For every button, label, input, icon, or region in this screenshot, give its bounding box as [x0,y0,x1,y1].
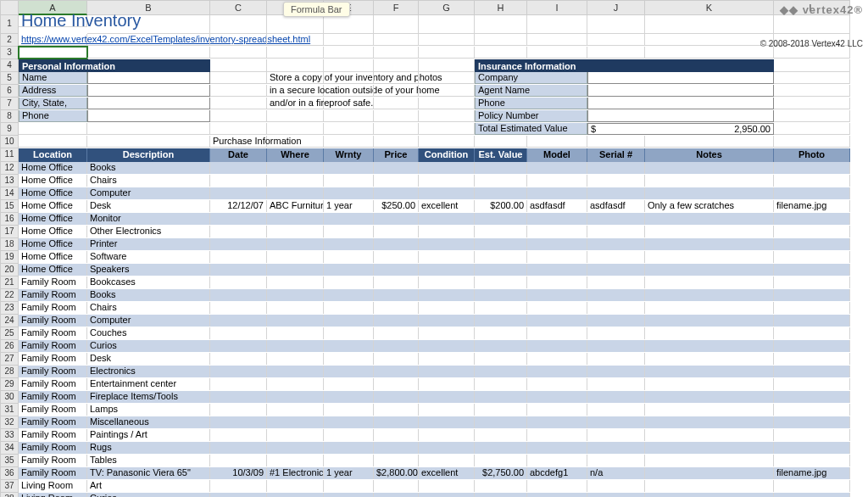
data-cell[interactable] [419,175,475,187]
data-cell[interactable] [527,213,587,225]
cell[interactable] [475,15,527,34]
data-cell[interactable] [419,302,475,314]
data-cell[interactable]: Rugs [87,442,210,454]
data-cell[interactable] [774,289,850,301]
data-cell[interactable] [374,264,419,276]
template-link[interactable]: https://www.vertex42.com/ExcelTemplates/… [19,34,87,46]
data-cell[interactable] [527,416,587,428]
data-cell[interactable]: $200.00 [475,200,527,212]
data-cell[interactable] [210,493,267,497]
data-cell[interactable] [267,226,324,237]
data-cell[interactable] [645,327,774,339]
data-cell[interactable]: Miscellaneous [87,416,210,428]
data-cell[interactable] [374,302,419,314]
data-cell[interactable] [645,340,774,352]
col-header-H[interactable]: H [475,0,527,15]
data-cell[interactable] [774,251,850,263]
row-header[interactable]: 35 [0,455,19,467]
row-header[interactable]: 34 [0,442,19,455]
cell[interactable] [587,136,645,148]
data-cell[interactable] [210,404,267,416]
col-wrnty[interactable]: Wrnty [324,148,374,162]
data-cell[interactable] [324,226,374,237]
row-header[interactable]: 7 [0,98,19,110]
data-cell[interactable] [374,175,419,187]
data-cell[interactable] [774,315,850,327]
data-cell[interactable] [645,455,774,466]
data-cell[interactable] [587,455,645,466]
data-cell[interactable] [475,455,527,466]
data-cell[interactable]: Entertainment center [87,378,210,390]
sheet-title[interactable]: Home Inventory [19,15,87,27]
data-cell[interactable] [267,391,324,403]
data-cell[interactable] [324,251,374,263]
cell[interactable] [87,15,210,34]
data-cell[interactable] [267,264,324,276]
data-cell[interactable] [324,162,374,174]
col-header-G[interactable]: G [419,0,475,15]
data-cell[interactable]: Only a few scratches [645,200,774,212]
data-cell[interactable]: Other Electronics [87,226,210,237]
row-header[interactable]: 15 [0,200,19,213]
data-cell[interactable] [645,187,774,199]
row-header[interactable]: 17 [0,226,19,238]
cell[interactable] [419,59,475,72]
data-cell[interactable] [267,480,324,492]
data-cell[interactable]: ABC Furniture [267,200,324,212]
data-cell[interactable] [267,327,324,339]
data-cell[interactable] [475,378,527,390]
cell[interactable] [324,123,374,135]
data-cell[interactable]: Family Room [19,302,87,314]
data-cell[interactable] [210,213,267,225]
data-cell[interactable] [210,340,267,352]
data-cell[interactable] [374,289,419,301]
data-cell[interactable] [419,289,475,301]
data-cell[interactable] [774,366,850,377]
data-cell[interactable] [374,480,419,492]
cell[interactable] [527,136,587,148]
data-cell[interactable] [774,493,850,497]
data-cell[interactable] [210,429,267,441]
pi-input[interactable] [87,98,210,109]
cell[interactable] [210,34,267,46]
data-cell[interactable] [475,429,527,441]
data-cell[interactable] [267,315,324,327]
row-header[interactable]: 13 [0,175,19,187]
data-cell[interactable] [645,213,774,225]
cell[interactable] [374,47,419,59]
data-cell[interactable] [527,429,587,441]
col-serial[interactable]: Serial # [587,148,645,162]
data-cell[interactable] [587,187,645,199]
data-cell[interactable] [210,276,267,288]
data-cell[interactable] [527,276,587,288]
data-cell[interactable] [587,264,645,276]
data-cell[interactable] [587,302,645,314]
data-cell[interactable] [527,327,587,339]
cell[interactable] [475,47,527,59]
data-cell[interactable]: Desk [87,353,210,365]
data-cell[interactable] [267,187,324,199]
row-header[interactable]: 3 [0,47,19,59]
row-header[interactable]: 6 [0,85,19,98]
data-cell[interactable]: Family Room [19,378,87,390]
data-cell[interactable] [210,175,267,187]
data-cell[interactable] [774,353,850,365]
data-cell[interactable] [527,251,587,263]
row-header[interactable]: 29 [0,378,19,391]
data-cell[interactable] [587,289,645,301]
data-cell[interactable] [587,404,645,416]
ii-input[interactable] [587,110,774,122]
data-cell[interactable] [774,391,850,403]
cell[interactable] [267,34,324,46]
row-header[interactable]: 2 [0,34,19,47]
data-cell[interactable] [475,315,527,327]
col-header-C[interactable]: C [210,0,267,15]
data-cell[interactable] [324,455,374,466]
data-cell[interactable] [645,162,774,174]
data-cell[interactable] [774,175,850,187]
data-cell[interactable] [475,353,527,365]
cell[interactable] [374,136,419,148]
cell[interactable] [324,110,374,122]
data-cell[interactable] [527,378,587,390]
data-cell[interactable]: Living Room [19,493,87,497]
